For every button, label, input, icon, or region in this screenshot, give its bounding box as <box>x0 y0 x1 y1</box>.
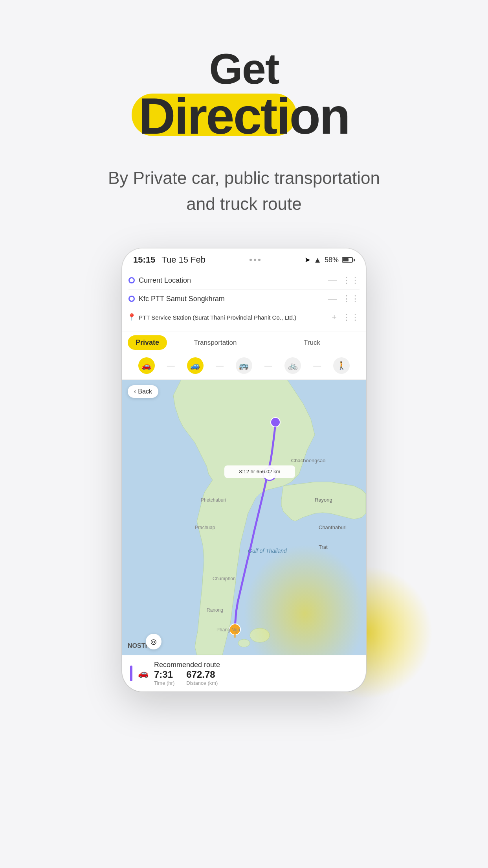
status-date: Tue 15 Feb <box>161 255 205 265</box>
phone-frame: 15:15 Tue 15 Feb ➤ ▲ 58% <box>122 248 366 691</box>
distance-label: Distance (km) <box>186 680 218 686</box>
battery-body <box>342 257 353 263</box>
bottom-bar: 🚗 Recommended route 7:31 Time (hr) 672.7… <box>122 655 366 691</box>
status-dots <box>250 259 261 261</box>
route-input-row-3: 📍 PTT Service Station (Surat Thani Provi… <box>128 308 360 326</box>
route-dot-2 <box>128 296 135 302</box>
walk-icon-circle: 🚶 <box>333 357 350 374</box>
route-input-row-2: Kfc PTT Samut Songkhram — ⋮⋮ <box>128 290 360 308</box>
hero-section: Get Direction By Private car, public tra… <box>0 0 488 248</box>
car-icon: 🚗 <box>141 361 151 370</box>
route-pin-3: 📍 <box>128 313 135 321</box>
route-grid-3[interactable]: ⋮⋮ <box>342 312 360 322</box>
time-label: Time (hr) <box>154 680 174 686</box>
locate-icon: ◎ <box>150 637 157 646</box>
route-plus-3[interactable]: + <box>332 312 337 322</box>
tagline: By Private car, public transportation an… <box>108 165 380 217</box>
tab-private[interactable]: Private <box>128 335 167 350</box>
route-label-2[interactable]: Kfc PTT Samut Songkhram <box>139 295 324 303</box>
logo-get: Get <box>209 47 279 90</box>
time-value: 7:31 <box>154 669 174 680</box>
back-label: Back <box>138 388 152 395</box>
logo-direction: Direction <box>139 87 349 145</box>
battery-icon <box>342 257 355 263</box>
route-grid-1[interactable]: ⋮⋮ <box>342 275 360 285</box>
battery-fill <box>343 258 349 261</box>
car2-icon: 🚙 <box>190 361 200 370</box>
route-grid-2[interactable]: ⋮⋮ <box>342 294 360 304</box>
status-dot-2 <box>254 259 256 261</box>
location-icon: ➤ <box>305 256 310 264</box>
car2-icon-circle: 🚙 <box>187 357 204 374</box>
transport-icon-bus[interactable]: 🚌 <box>225 357 262 374</box>
tab-truck[interactable]: Truck <box>264 335 360 350</box>
distance-value: 672.78 <box>186 669 218 680</box>
route-type-indicator <box>130 666 132 681</box>
tagline-line1: By Private car, public transportation <box>108 168 380 188</box>
transport-dash-4: — <box>312 361 323 370</box>
transport-dash-1: — <box>165 361 176 370</box>
battery-pct: 58% <box>325 256 339 264</box>
status-dot-1 <box>250 259 252 261</box>
car-icon-small: 🚗 <box>138 668 149 679</box>
bike-icon-circle: 🚲 <box>284 357 301 374</box>
route-label-3[interactable]: PTT Service Station (Surat Thani Provinc… <box>139 314 328 321</box>
route-input-row-1: Current Location — ⋮⋮ <box>128 271 360 290</box>
back-chevron-icon: ‹ <box>134 388 136 395</box>
bus-icon: 🚌 <box>239 361 249 370</box>
bus-icon-circle: 🚌 <box>236 357 252 374</box>
route-type-label: Recommended route <box>154 661 358 669</box>
map-area[interactable]: 1 8:12 hr 656.02 km Chachoengsao Rayong … <box>122 380 366 655</box>
route-minus-2[interactable]: — <box>328 294 337 304</box>
transport-icon-walk[interactable]: 🚶 <box>323 357 360 374</box>
locate-button[interactable]: ◎ <box>146 634 161 649</box>
back-button[interactable]: ‹ Back <box>128 385 158 398</box>
route-actions-1: — ⋮⋮ <box>328 275 360 285</box>
status-dot-3 <box>258 259 261 261</box>
transport-dash-3: — <box>263 361 274 370</box>
bottom-bar-values: 7:31 Time (hr) 672.78 Distance (km) <box>154 669 358 686</box>
wifi-icon: ▲ <box>314 256 321 265</box>
svg-rect-19 <box>122 380 366 655</box>
transport-tabs: Private Transportation Truck <box>122 331 366 354</box>
route-minus-1[interactable]: — <box>328 275 337 285</box>
route-dot-location <box>128 277 135 283</box>
transport-icons-row: 🚗 — 🚙 — 🚌 — 🚲 — <box>122 354 366 380</box>
status-time: 15:15 <box>133 255 155 265</box>
bike-icon: 🚲 <box>288 361 298 370</box>
tab-transportation[interactable]: Transportation <box>167 335 264 350</box>
transport-icon-car2[interactable]: 🚙 <box>176 357 214 374</box>
logo-wrapper: Get Direction <box>139 47 349 142</box>
map-svg: 1 8:12 hr 656.02 km Chachoengsao Rayong … <box>122 380 366 655</box>
route-actions-3: + ⋮⋮ <box>332 312 360 322</box>
bottom-bar-labels: Recommended route 7:31 Time (hr) 672.78 … <box>154 661 358 686</box>
transport-icon-bike[interactable]: 🚲 <box>274 357 311 374</box>
battery-tip <box>354 259 355 261</box>
distance-group: 672.78 Distance (km) <box>186 669 218 686</box>
transport-icon-car[interactable]: 🚗 <box>128 357 165 374</box>
logo-direction-wrapper: Direction <box>139 90 349 142</box>
walk-icon: 🚶 <box>337 361 347 370</box>
status-bar: 15:15 Tue 15 Feb ➤ ▲ 58% <box>122 248 366 268</box>
tagline-line2: and truck route <box>186 194 302 213</box>
car-icon-circle: 🚗 <box>138 357 155 374</box>
route-inputs: Current Location — ⋮⋮ Kfc PTT Samut Song… <box>122 268 366 331</box>
route-actions-2: — ⋮⋮ <box>328 294 360 304</box>
transport-dash-2: — <box>214 361 226 370</box>
time-group: 7:31 Time (hr) <box>154 669 174 686</box>
status-icons: ➤ ▲ 58% <box>305 256 355 265</box>
phone-section: 15:15 Tue 15 Feb ➤ ▲ 58% <box>0 248 488 723</box>
route-label-1[interactable]: Current Location <box>139 276 324 285</box>
